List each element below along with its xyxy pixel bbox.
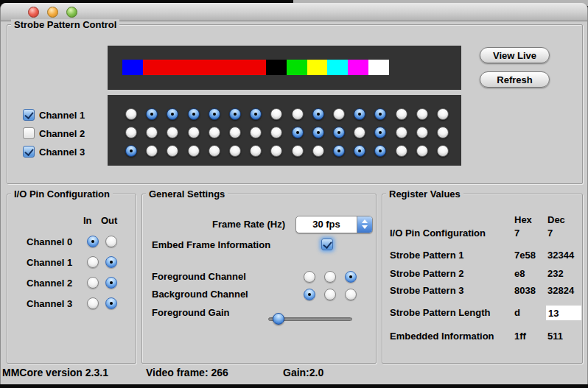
close-icon[interactable] xyxy=(28,7,39,18)
channel-2-checkbox[interactable] xyxy=(23,127,35,139)
pattern-cell-r2c13[interactable] xyxy=(374,127,386,138)
register-row-label-4: Strobe Pattern Length xyxy=(390,307,491,318)
channel-1-label: Channel 1 xyxy=(39,110,85,121)
io-channel-2-in-radio[interactable] xyxy=(87,277,99,289)
pattern-cell-r3c10[interactable] xyxy=(312,145,324,157)
io-row-label-1: Channel 1 xyxy=(27,257,72,268)
pattern-cell-r2c10[interactable] xyxy=(312,127,324,138)
io-channel-2-out-radio[interactable] xyxy=(105,277,117,289)
pattern-cell-r3c12[interactable] xyxy=(354,145,365,157)
pattern-cell-r2c12[interactable] xyxy=(354,127,365,138)
register-row-label-1: Strobe Pattern 1 xyxy=(390,250,463,261)
io-channel-3-in-radio[interactable] xyxy=(87,297,99,309)
pattern-cell-r1c2[interactable] xyxy=(146,108,158,120)
stepper-arrows-icon[interactable] xyxy=(357,216,372,233)
pattern-cell-r1c11[interactable] xyxy=(333,108,345,120)
pattern-cell-r1c12[interactable] xyxy=(354,108,365,120)
pattern-cell-r1c4[interactable] xyxy=(188,108,200,120)
channel-1-checkbox[interactable] xyxy=(23,109,35,121)
pattern-cell-r3c16[interactable] xyxy=(437,145,449,157)
strobe-group-title: Strobe Pattern Control xyxy=(11,19,119,30)
pattern-cell-r1c6[interactable] xyxy=(229,108,241,120)
fg-radio-3[interactable] xyxy=(345,271,357,283)
io-col-header-out: Out xyxy=(101,215,117,226)
register-col-header-dec: Dec xyxy=(547,214,565,225)
pattern-cell-r1c1[interactable] xyxy=(125,108,137,120)
register-hex-value-3: 8038 xyxy=(514,285,536,296)
pattern-cell-r2c8[interactable] xyxy=(270,127,282,138)
pattern-cell-r2c2[interactable] xyxy=(146,127,158,138)
pattern-cell-r3c6[interactable] xyxy=(229,145,241,157)
minimize-icon[interactable] xyxy=(47,7,58,18)
channel-2-label: Channel 2 xyxy=(39,128,85,139)
refresh-button[interactable]: Refresh xyxy=(480,71,550,88)
pattern-cell-r3c1[interactable] xyxy=(125,145,137,157)
channel-3-checkbox[interactable] xyxy=(23,146,35,158)
zoom-icon[interactable] xyxy=(66,7,77,18)
color-segment-green xyxy=(287,60,307,75)
pattern-cell-r2c14[interactable] xyxy=(396,127,407,138)
io-channel-0-in-radio[interactable] xyxy=(87,236,99,247)
pattern-cell-r1c9[interactable] xyxy=(292,108,304,120)
strobe-color-bar xyxy=(122,60,389,75)
background-channel-label: Background Channel xyxy=(152,289,248,300)
pattern-cell-r2c7[interactable] xyxy=(250,127,262,138)
foreground-gain-slider-thumb[interactable] xyxy=(273,313,284,325)
pattern-cell-r3c11[interactable] xyxy=(333,145,345,157)
pattern-cell-r3c7[interactable] xyxy=(250,145,262,157)
pattern-cell-r1c15[interactable] xyxy=(416,108,428,120)
pattern-cell-r2c16[interactable] xyxy=(437,127,449,138)
register-hex-value-5: 1ff xyxy=(514,331,526,342)
pattern-cell-r3c15[interactable] xyxy=(416,145,428,157)
io-channel-3-out-radio[interactable] xyxy=(105,297,117,309)
pattern-cell-r2c4[interactable] xyxy=(188,127,200,138)
register-dec-value-0: 7 xyxy=(547,227,553,239)
fg-radio-2[interactable] xyxy=(324,271,336,283)
register-row-label-2: Strobe Pattern 2 xyxy=(390,268,463,279)
pattern-cell-r1c16[interactable] xyxy=(437,108,449,120)
pattern-cell-r2c9[interactable] xyxy=(292,127,304,138)
pattern-cell-r3c9[interactable] xyxy=(292,145,304,157)
io-row-label-0: Channel 0 xyxy=(27,236,72,247)
color-preview-panel xyxy=(108,46,461,90)
pattern-cell-r3c3[interactable] xyxy=(167,145,178,157)
pattern-cell-r1c10[interactable] xyxy=(312,108,324,120)
pattern-cell-r1c8[interactable] xyxy=(270,108,282,120)
fg-radio-1[interactable] xyxy=(304,271,315,283)
bg-radio-2[interactable] xyxy=(324,289,336,300)
pattern-cell-r3c2[interactable] xyxy=(146,145,158,157)
foreground-channel-label: Foreground Channel xyxy=(152,271,246,282)
pattern-cell-r1c3[interactable] xyxy=(167,108,178,120)
pattern-cell-r2c11[interactable] xyxy=(333,127,345,138)
pattern-grid-panel xyxy=(108,95,461,166)
pattern-cell-r1c5[interactable] xyxy=(209,108,220,120)
color-segment-blue xyxy=(122,60,143,75)
pattern-cell-r1c13[interactable] xyxy=(374,108,386,120)
pattern-cell-r3c14[interactable] xyxy=(396,145,407,157)
pattern-cell-r2c15[interactable] xyxy=(416,127,428,138)
pattern-cell-r1c7[interactable] xyxy=(250,108,262,120)
pattern-cell-r2c6[interactable] xyxy=(229,127,241,138)
pattern-cell-r3c8[interactable] xyxy=(270,145,282,157)
pattern-cell-r2c5[interactable] xyxy=(209,127,220,138)
arrow-up-icon xyxy=(362,219,368,223)
register-hex-value-1: 7e58 xyxy=(514,250,536,261)
io-channel-1-out-radio[interactable] xyxy=(105,256,117,268)
pattern-cell-r3c13[interactable] xyxy=(374,145,386,157)
frame-rate-select[interactable]: 30 fps xyxy=(295,216,373,233)
bg-radio-3[interactable] xyxy=(345,289,357,300)
pattern-cell-r3c4[interactable] xyxy=(188,145,200,157)
pattern-cell-r2c1[interactable] xyxy=(125,127,137,138)
embed-frame-checkbox[interactable] xyxy=(321,239,333,250)
view-live-button[interactable]: View Live xyxy=(480,47,550,63)
register-row-label-3: Strobe Pattern 3 xyxy=(390,285,463,296)
register-dec-field-4[interactable] xyxy=(546,306,581,320)
pattern-cell-r1c14[interactable] xyxy=(396,108,407,120)
frame-rate-value: 30 fps xyxy=(296,216,357,233)
pattern-cell-r3c5[interactable] xyxy=(209,145,220,157)
bg-radio-1[interactable] xyxy=(304,289,315,300)
pattern-cell-r2c3[interactable] xyxy=(167,127,178,138)
io-channel-0-out-radio[interactable] xyxy=(105,236,117,247)
io-channel-1-in-radio[interactable] xyxy=(87,256,99,268)
io-row-label-3: Channel 3 xyxy=(27,298,72,309)
